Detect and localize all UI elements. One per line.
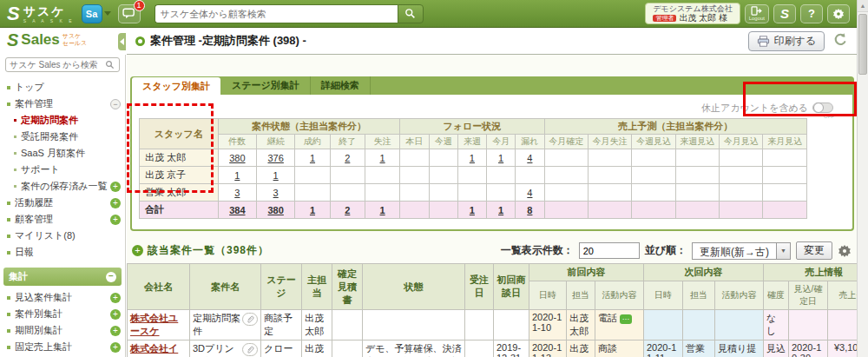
global-search-button[interactable]	[398, 4, 424, 23]
expand-icon[interactable]	[110, 293, 121, 303]
sales-product-logo[interactable]: S Sales サスケセールス	[0, 28, 126, 49]
message-button[interactable]: 1	[118, 4, 141, 23]
tab-stage-summary[interactable]: ステージ別集計	[221, 76, 311, 95]
collapse-icon[interactable]	[106, 272, 116, 282]
attachment-button[interactable]	[242, 313, 258, 326]
global-header: S サスケS A A S K E Sa 1 デモシステ	[0, 0, 857, 28]
sidebar-item-case-agg[interactable]: 案件別集計	[0, 306, 125, 322]
expand-icon[interactable]	[110, 215, 121, 225]
count-link[interactable]: 8	[516, 202, 544, 219]
sidebar-item-customer-management[interactable]: 顧客管理	[0, 211, 125, 228]
search-icon	[404, 8, 416, 19]
print-button[interactable]: 印刷する	[748, 31, 825, 51]
global-search-input[interactable]	[155, 4, 398, 23]
sidebar-item-saas-monthly[interactable]: SaaS 月額案件	[0, 145, 125, 162]
count-link[interactable]: 384	[218, 202, 256, 219]
sort-select[interactable]: 更新順(新→古) ▼	[692, 242, 791, 260]
saaske-logo[interactable]: S サスケS A A S K E	[7, 4, 75, 23]
refresh-button[interactable]	[833, 32, 848, 50]
saaske-home-button[interactable]: S	[773, 4, 796, 23]
bullet-icon	[7, 251, 10, 255]
sidebar-item-fixed-sales-agg[interactable]: 固定売上集計	[0, 339, 125, 355]
bullet-icon	[7, 329, 10, 333]
count-link[interactable]: 2	[330, 149, 365, 167]
count-link[interactable]: 1	[365, 149, 399, 167]
tab-advanced-search[interactable]: 詳細検索	[311, 76, 371, 95]
sidebar-section-aggregation[interactable]: 集計	[3, 268, 122, 286]
sidebar: トップ 案件管理 定期訪問案件 受託開発案件 SaaS 月額案件 サポート 案件…	[0, 55, 126, 357]
tab-staff-summary[interactable]: スタッフ別集計	[132, 77, 220, 95]
attachment-button[interactable]	[242, 343, 258, 356]
sidebar-item-top[interactable]: トップ	[0, 79, 125, 96]
current-user-box[interactable]: デモシステム株式会社 管理者出茂 太郎 様	[645, 3, 740, 25]
sidebar-item-daily-report[interactable]: 日報	[0, 244, 125, 261]
expand-icon[interactable]	[110, 342, 121, 353]
page-size-input[interactable]	[579, 242, 640, 259]
sidebar-item-mylist[interactable]: マイリスト(8)	[0, 228, 125, 244]
settings-button[interactable]	[827, 4, 850, 23]
sidebar-search-input[interactable]	[10, 60, 105, 69]
bullet-icon	[7, 218, 10, 221]
collapse-icon[interactable]	[110, 99, 121, 109]
include-suspended-toggle[interactable]: OFF	[812, 102, 833, 113]
table-row: 営業 太郎 33 4	[140, 184, 807, 202]
bullet-icon	[14, 136, 16, 138]
page-title: 案件管理 -定期訪問案件 (398) -	[150, 33, 306, 49]
sales-app-badge[interactable]: Sa	[82, 4, 102, 23]
vertical-scrollbar[interactable]: ▲	[857, 0, 868, 357]
scrollbar-thumb[interactable]	[858, 14, 867, 75]
expand-icon[interactable]	[110, 309, 121, 320]
saaske-s-icon: S	[780, 6, 789, 21]
list-section-title: 該当案件一覧（398件）	[148, 243, 269, 258]
sidebar-item-support[interactable]: サポート	[0, 162, 125, 178]
count-link[interactable]: 3	[257, 184, 295, 202]
list-settings-gear-icon[interactable]	[838, 244, 852, 258]
count-link[interactable]: 1	[295, 202, 330, 219]
company-link[interactable]: 株式会社ユースケ	[130, 313, 178, 336]
count-link[interactable]: 1	[218, 167, 256, 184]
count-link[interactable]: 4	[516, 149, 544, 167]
comment-icon[interactable]	[620, 314, 632, 324]
saaske-logo-icon: S	[7, 4, 20, 23]
count-link[interactable]: 1	[457, 149, 486, 167]
count-link[interactable]: 4	[516, 184, 544, 202]
count-link[interactable]: 380	[257, 202, 295, 219]
logout-button[interactable]: Logout	[745, 4, 769, 23]
count-link[interactable]: 3	[218, 184, 256, 202]
expand-icon[interactable]	[110, 326, 121, 336]
sidebar-collapse-handle[interactable]	[118, 33, 126, 50]
scroll-up-arrow-icon[interactable]: ▲	[858, 0, 868, 12]
apply-button[interactable]: 変更	[796, 241, 832, 260]
count-link[interactable]: 1	[487, 149, 516, 167]
sidebar-item-period-agg[interactable]: 期間別集計	[0, 322, 125, 339]
group-case-status: 案件状態（主担当案件分）	[218, 119, 400, 135]
count-link[interactable]: 1	[257, 167, 295, 184]
count-link[interactable]: 2	[330, 202, 365, 219]
expand-icon[interactable]	[110, 182, 121, 192]
chevron-down-icon[interactable]: ▼	[776, 243, 790, 259]
app-switch-caret-icon[interactable]	[104, 11, 111, 16]
count-link[interactable]: 1	[365, 202, 399, 219]
paperclip-icon	[246, 314, 255, 324]
bullet-icon	[7, 102, 10, 106]
sidebar-item-saved-cases[interactable]: 案件の保存済み一覧	[0, 178, 125, 195]
notification-badge: 1	[134, 0, 145, 11]
page-title-icon	[135, 36, 145, 46]
expand-icon[interactable]	[110, 198, 121, 208]
sidebar-search-box[interactable]	[5, 57, 120, 72]
refresh-icon	[833, 32, 848, 47]
bullet-icon	[14, 119, 16, 122]
logout-icon	[751, 6, 763, 16]
count-link[interactable]: 380	[218, 149, 256, 167]
company-link[interactable]: 株式会社インターパーク	[130, 343, 179, 357]
sidebar-item-prospect-agg[interactable]: 見込案件集計	[0, 289, 125, 306]
sidebar-item-contract-dev[interactable]: 受託開発案件	[0, 129, 125, 145]
sidebar-item-case-management[interactable]: 案件管理	[0, 96, 125, 112]
count-link[interactable]: 376	[257, 149, 295, 167]
count-link[interactable]: 1	[457, 202, 486, 219]
sidebar-item-activity-history[interactable]: 活動履歴	[0, 195, 125, 211]
help-button[interactable]: ?	[800, 4, 823, 23]
count-link[interactable]: 1	[487, 202, 516, 219]
count-link[interactable]: 1	[295, 149, 330, 167]
sidebar-item-regular-visit[interactable]: 定期訪問案件	[0, 112, 125, 129]
